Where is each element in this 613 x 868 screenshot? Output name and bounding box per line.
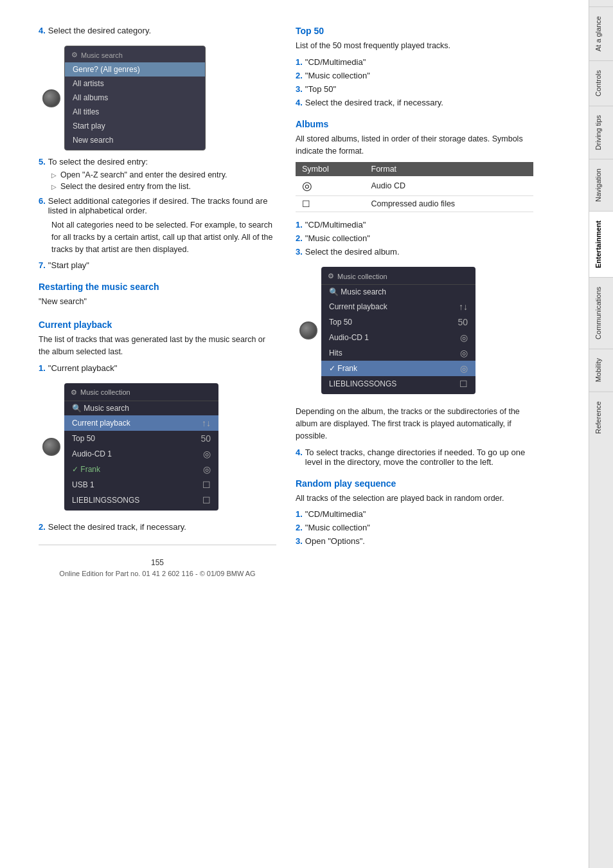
step-5-text: To select the desired entry:: [48, 157, 276, 167]
disc-icon-4: ◎: [460, 348, 468, 358]
section-albums: Albums: [296, 119, 533, 129]
section-random: Random play sequence: [296, 478, 533, 489]
albums-step-2-num: 2.: [296, 233, 303, 243]
section-current: Current playback: [39, 320, 276, 330]
page-container: 4. Select the desired category. ⚙ Music …: [0, 0, 613, 868]
top50-step-4-num: 4.: [296, 98, 303, 107]
random-step-1: 1. "CD/Multimedia": [296, 509, 533, 519]
top50-step-1: 1. "CD/Multimedia": [296, 57, 533, 67]
step-5-number: 5.: [39, 157, 46, 167]
knob-control-left[interactable]: [42, 89, 60, 107]
top50-step-4-text: Select the desired track, if necessary.: [305, 98, 443, 107]
search-item-start[interactable]: Start play: [65, 119, 205, 133]
albums-step-1: 1. "CD/Multimedia": [296, 220, 533, 230]
triangle-icon-5a: ▷: [51, 172, 57, 179]
sidebar-tab-communications[interactable]: Communications: [589, 277, 613, 348]
file-icon: ☐: [202, 480, 211, 490]
knob-control-left2[interactable]: [42, 438, 60, 456]
albums-step-3: 3. Select the desired album.: [296, 247, 533, 257]
current-step-1-number: 1.: [39, 363, 46, 373]
collection-row-search[interactable]: 🔍 Music search: [64, 401, 218, 415]
step-5a: ▷ Open "A-Z search" and enter the desire…: [51, 170, 276, 179]
albums-step-2-text: "Music collection": [305, 233, 370, 243]
search-item-artists[interactable]: All artists: [65, 77, 205, 91]
music-collection-title2: ⚙ Music collection: [321, 269, 475, 285]
albums-text: All stored albums, listed in order of th…: [296, 133, 533, 158]
search-item-genre[interactable]: Genre? (All genres): [65, 62, 205, 77]
albums-step-1-num: 1.: [296, 220, 303, 230]
step-7-text: "Start play": [48, 260, 276, 270]
albums-step-4-num: 4.: [296, 448, 303, 457]
search-item-new[interactable]: New search: [65, 133, 205, 147]
albums-step-2: 2. "Music collection": [296, 233, 533, 243]
gear-icon-2: ⚙: [71, 388, 77, 397]
sidebar-tab-entertainment[interactable]: Entertainment: [589, 211, 613, 277]
top50-value: 50: [200, 433, 211, 444]
random-step-1-text: "CD/Multimedia": [305, 509, 366, 519]
step-6-note: Not all categories need to be selected. …: [51, 219, 276, 255]
top50-step-3-text: "Top 50": [305, 84, 336, 94]
left-step-2: 2. Select the desired track, if necessar…: [39, 522, 276, 532]
footer-text: Online Edition for Part no. 01 41 2 602 …: [39, 570, 276, 577]
sidebar-tab-driving-tips[interactable]: Driving tips: [589, 105, 613, 159]
step-7-number: 7.: [39, 260, 46, 270]
music-search-title: ⚙ Music search: [65, 49, 205, 62]
collection-row-usb1[interactable]: USB 1 ☐: [64, 477, 218, 493]
collection2-row-search[interactable]: 🔍 Music search: [321, 285, 475, 299]
disc-icon-5: ◎: [460, 363, 468, 374]
top50-step-1-num: 1.: [296, 57, 303, 67]
step-6-text: Select additional categories if desired.…: [48, 196, 276, 215]
random-step-3: 3. Open "Options".: [296, 536, 533, 546]
collection-row-lieblings[interactable]: LIEBLINGSSONGS ☐: [64, 493, 218, 508]
left-step-2-number: 2.: [39, 522, 46, 532]
collection-row-top50[interactable]: Top 50 50: [64, 431, 218, 446]
collection-row-audiocd1[interactable]: Audio-CD 1 ◎: [64, 446, 218, 462]
table-row-2: ☐ Compressed audio files: [296, 196, 533, 212]
step-5b-text: Select the desired entry from the list.: [60, 182, 191, 191]
collection2-row-current[interactable]: Current playback ↑↓: [321, 299, 475, 314]
left-step-2-text: Select the desired track, if necessary.: [48, 522, 276, 532]
collection-row-current[interactable]: Current playback ↑↓: [64, 415, 218, 431]
collection-row-frank[interactable]: ✓ Frank ◎: [64, 462, 218, 477]
albums-step-3-num: 3.: [296, 247, 303, 257]
step-4: 4. Select the desired category.: [39, 26, 276, 35]
current-step-1: 1. "Current playback": [39, 363, 276, 373]
top50-step-4: 4. Select the desired track, if necessar…: [296, 98, 533, 107]
section-top50: Top 50: [296, 26, 533, 36]
collection2-row-lieblings[interactable]: LIEBLINGSSONGS ☐: [321, 376, 475, 392]
music-collection-box: ⚙ Music collection 🔍 Music search Curren…: [64, 383, 218, 511]
sort-icon2: ↑↓: [459, 302, 468, 312]
symbol-disc: ◎: [296, 176, 365, 196]
collection2-row-top50[interactable]: Top 50 50: [321, 314, 475, 330]
knob-control-right[interactable]: [299, 321, 317, 339]
triangle-icon-5b: ▷: [51, 183, 57, 190]
music-collection-title: ⚙ Music collection: [64, 386, 218, 401]
collection2-row-hits[interactable]: Hits ◎: [321, 345, 475, 361]
collection2-row-audiocd1[interactable]: Audio-CD 1 ◎: [321, 330, 475, 345]
random-step-3-num: 3.: [296, 536, 303, 546]
sidebar-tab-mobility[interactable]: Mobility: [589, 348, 613, 391]
step-5: 5. To select the desired entry:: [39, 157, 276, 167]
sidebar-tab-reference[interactable]: Reference: [589, 392, 613, 443]
restart-text: "New search": [39, 296, 276, 308]
sidebar-tab-at-a-glance[interactable]: At a glance: [589, 6, 613, 60]
collection2-row-frank[interactable]: ✓ Frank ◎: [321, 361, 475, 376]
search-item-albums[interactable]: All albums: [65, 91, 205, 105]
footer: 155 Online Edition for Part no. 01 41 2 …: [39, 545, 276, 584]
top50-step-2: 2. "Music collection": [296, 71, 533, 80]
col-symbol: Symbol: [296, 162, 365, 176]
search-item-titles[interactable]: All titles: [65, 105, 205, 119]
current-step-1-text: "Current playback": [48, 363, 276, 373]
step-6-number: 6.: [39, 196, 46, 206]
top50-step-3-num: 3.: [296, 84, 303, 94]
page-number: 155: [39, 558, 276, 567]
sidebar-tab-navigation[interactable]: Navigation: [589, 159, 613, 211]
left-column: 4. Select the desired category. ⚙ Music …: [39, 26, 276, 842]
step-4-text: Select the desired category.: [48, 26, 276, 35]
disc-icon-2: ◎: [203, 464, 211, 475]
sidebar-tab-controls[interactable]: Controls: [589, 60, 613, 105]
col-format: Format: [365, 162, 534, 176]
current-text: The list of tracks that was generated la…: [39, 334, 276, 358]
random-step-2-text: "Music collection": [305, 523, 370, 532]
albums-step-4: 4. To select tracks, change directories …: [296, 448, 533, 467]
